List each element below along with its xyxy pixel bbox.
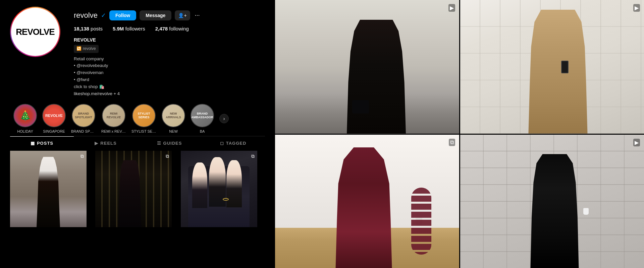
story-holiday[interactable]: 🎄 HOLIDAY bbox=[13, 104, 37, 133]
story-remi[interactable]: REMIREVOLVE REMI x REVOL... bbox=[101, 104, 126, 133]
more-options-button[interactable]: ··· bbox=[194, 9, 201, 21]
followers-label: followers bbox=[125, 26, 145, 31]
story-stylist[interactable]: STYLISTSERIES STYLIST SERIES bbox=[131, 104, 156, 133]
avatar-text: REVOLVE bbox=[16, 27, 54, 37]
story-circle-stylist: STYLISTSERIES bbox=[132, 104, 156, 127]
right-post-3-badge: ⧉ bbox=[449, 139, 455, 146]
bio-line-2: • @revolveman bbox=[74, 69, 265, 76]
post-3[interactable]: ⧉ bbox=[181, 151, 257, 227]
bio-link-icon: 🔁 bbox=[76, 46, 82, 52]
username: revolve bbox=[74, 11, 98, 20]
story-circle-ba: BRANDAMBASSADOR bbox=[191, 104, 214, 127]
bio-link-pill: 🔁 revolve bbox=[74, 45, 99, 53]
post-3-badge: ⧉ bbox=[251, 153, 255, 159]
right-post-2[interactable]: ▶ bbox=[460, 0, 644, 134]
post-1[interactable]: ⧉ bbox=[10, 151, 87, 227]
profile-info: revolve ✓ Follow Message 👤+ ··· 18,138 p… bbox=[74, 7, 265, 97]
message-button[interactable]: Message bbox=[140, 10, 171, 20]
add-user-button[interactable]: 👤+ bbox=[175, 10, 190, 20]
tab-tagged[interactable]: ◻ TAGGED bbox=[201, 136, 265, 150]
left-panel: REVOLVE revolve ✓ Follow Message 👤+ ··· … bbox=[0, 0, 275, 268]
follow-button[interactable]: Follow bbox=[109, 10, 136, 20]
posts-label: posts bbox=[91, 26, 103, 31]
story-label-singapore: SINGAPORE bbox=[43, 129, 65, 133]
following-label: following bbox=[169, 26, 189, 31]
story-new[interactable]: NEWARRIVALS NEW bbox=[162, 104, 185, 133]
posts-stat: 18,138 posts bbox=[74, 26, 103, 31]
tab-reels[interactable]: ▶ REELS bbox=[74, 136, 138, 150]
story-label-brand: BRAND SPOT... bbox=[71, 129, 96, 133]
profile-header: REVOLVE revolve ✓ Follow Message 👤+ ··· … bbox=[10, 7, 265, 97]
story-label-new: NEW bbox=[169, 129, 178, 133]
right-post-3[interactable]: ⧉ bbox=[275, 135, 459, 268]
posts-tab-icon: ▦ bbox=[31, 141, 35, 146]
profile-name-row: revolve ✓ Follow Message 👤+ ··· bbox=[74, 9, 265, 21]
story-label-stylist: STYLIST SERIES bbox=[131, 129, 156, 133]
following-stat[interactable]: 2,478 following bbox=[155, 26, 189, 31]
right-post-4[interactable]: ▶ bbox=[460, 135, 644, 268]
bio-line-4: click to shop 🛍️ bbox=[74, 83, 265, 90]
tagged-tab-label: TAGGED bbox=[226, 141, 247, 146]
bio-line-1: • @revolvebeauty bbox=[74, 62, 265, 69]
avatar-ring: REVOLVE bbox=[10, 7, 60, 57]
bio-category: Retail company bbox=[74, 56, 265, 63]
reels-tab-label: REELS bbox=[100, 141, 116, 146]
post-2[interactable]: ⧉ bbox=[95, 151, 172, 227]
right-post-1-badge: ▶ bbox=[448, 4, 455, 12]
bio-external-link[interactable]: likeshop.me/revolve + 4 bbox=[74, 90, 265, 97]
posts-tab-label: POSTS bbox=[37, 141, 53, 146]
right-panel: ▶ ▶ ⧉ bbox=[275, 0, 644, 268]
posts-grid: ⧉ ⧉ ⧉ bbox=[10, 151, 265, 227]
guides-tab-label: GUIDES bbox=[163, 141, 182, 146]
tab-guides[interactable]: ☰ GUIDES bbox=[138, 136, 201, 150]
story-label-remi: REMI x REVOL... bbox=[101, 129, 126, 133]
stories-row: 🎄 HOLIDAY REVOLVE SINGAPORE BRANDSPOTLIG… bbox=[10, 104, 265, 133]
story-circle-singapore: REVOLVE bbox=[42, 104, 66, 127]
guides-tab-icon: ☰ bbox=[157, 141, 161, 146]
story-circle-brand: BRANDSPOTLIGHT bbox=[72, 104, 95, 127]
stats-row: 18,138 posts 5.9M followers 2,478 follow… bbox=[74, 26, 265, 31]
tagged-tab-icon: ◻ bbox=[220, 141, 224, 146]
verified-icon: ✓ bbox=[101, 12, 106, 19]
right-post-4-badge: ▶ bbox=[633, 139, 640, 146]
bio-name: REVOLVE bbox=[74, 36, 265, 44]
story-singapore[interactable]: REVOLVE SINGAPORE bbox=[42, 104, 66, 133]
followers-stat[interactable]: 5.9M followers bbox=[113, 26, 145, 31]
bio-section: REVOLVE 🔁 revolve Retail company • @revo… bbox=[74, 36, 265, 97]
right-post-2-badge: ▶ bbox=[633, 4, 640, 12]
post-1-badge: ⧉ bbox=[80, 153, 84, 159]
tabs-row: ▦ POSTS ▶ REELS ☰ GUIDES ◻ TAGGED bbox=[10, 136, 265, 150]
story-circle-holiday: 🎄 bbox=[13, 104, 37, 127]
avatar: REVOLVE bbox=[11, 8, 59, 56]
bio-line-3: • @fwrd bbox=[74, 76, 265, 83]
story-label-ba: BA bbox=[200, 129, 205, 133]
stories-next-button[interactable]: › bbox=[219, 114, 229, 123]
story-label-holiday: HOLIDAY bbox=[17, 129, 33, 133]
bio-link-text: revolve bbox=[83, 46, 96, 52]
tab-posts[interactable]: ▦ POSTS bbox=[10, 136, 74, 150]
reels-tab-icon: ▶ bbox=[95, 141, 98, 146]
story-ba[interactable]: BRANDAMBASSADOR BA bbox=[191, 104, 214, 133]
story-circle-remi: REMIREVOLVE bbox=[102, 104, 125, 127]
story-brand-spotlight[interactable]: BRANDSPOTLIGHT BRAND SPOT... bbox=[71, 104, 96, 133]
right-post-1[interactable]: ▶ bbox=[275, 0, 459, 134]
post-2-badge: ⧉ bbox=[166, 153, 169, 159]
story-circle-new: NEWARRIVALS bbox=[162, 104, 185, 127]
